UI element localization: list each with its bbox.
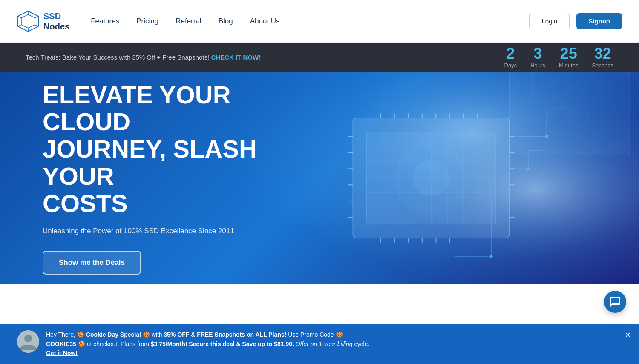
svg-point-59 <box>490 255 493 258</box>
hero-cta-button[interactable]: Show me the Deals <box>43 251 141 275</box>
banner-link[interactable]: CHECK IT NOW! <box>211 54 261 61</box>
signup-button[interactable]: Signup <box>576 13 622 29</box>
countdown-minutes: 25 Minutes <box>559 46 579 69</box>
countdown-seconds: 32 Seconds <box>592 46 613 69</box>
cookie-emoji-2: 🍪 <box>143 331 152 338</box>
countdown-seconds-label: Seconds <box>592 62 613 69</box>
logo[interactable]: SSD Nodes <box>17 10 69 32</box>
countdown-days-label: Days <box>504 62 517 69</box>
header-right: Login Signup <box>529 13 622 29</box>
countdown-hours-label: Hours <box>530 62 545 69</box>
countdown-days: 2 Days <box>504 46 517 69</box>
svg-line-6 <box>18 16 21 18</box>
nav-pricing[interactable]: Pricing <box>136 17 158 26</box>
hero-section: ELEVATE YOUR CLOUD JOURNEY, SLASH YOUR C… <box>0 72 639 284</box>
notification-text-line2: COOKIE35 🍪 at checkout! Plans from $3.75… <box>46 340 613 349</box>
below-hero-spacer <box>0 284 639 301</box>
avatar-icon <box>17 330 39 353</box>
hero-subtitle: Unleashing the Power of 100% SSD Excelle… <box>43 227 298 235</box>
notification-cta-link[interactable]: Get it Now! <box>46 350 78 356</box>
svg-line-5 <box>35 25 38 26</box>
cookie-emoji-3: 🍪 <box>336 331 343 338</box>
svg-line-4 <box>35 16 38 18</box>
notification-avatar <box>17 330 39 353</box>
svg-rect-52 <box>510 72 630 155</box>
header-left: SSD Nodes Features Pricing Referral Blog… <box>17 10 280 32</box>
nav-blog[interactable]: Blog <box>219 17 233 26</box>
cookie-emoji-4: 🍪 <box>78 341 87 347</box>
main-nav: Features Pricing Referral Blog About Us <box>91 17 280 26</box>
chat-bubble-button[interactable] <box>604 291 626 313</box>
svg-marker-1 <box>21 14 35 28</box>
notification-text-line1: Hey There, 🍪 Cookie Day Special 🍪 with 3… <box>46 330 613 340</box>
chat-icon <box>609 296 621 308</box>
hero-title: ELEVATE YOUR CLOUD JOURNEY, SLASH YOUR C… <box>43 81 298 217</box>
svg-line-7 <box>18 25 21 26</box>
notification-cta: Get it Now! <box>46 349 613 358</box>
site-header: SSD Nodes Features Pricing Referral Blog… <box>0 0 639 43</box>
banner-text: Tech Treats: Bake Your Success with 35% … <box>26 54 261 61</box>
countdown-hours: 3 Hours <box>530 46 545 69</box>
svg-point-61 <box>24 335 32 342</box>
nav-features[interactable]: Features <box>91 17 119 26</box>
notification-bar: Hey There, 🍪 Cookie Day Special 🍪 with 3… <box>0 324 639 364</box>
notification-close-button[interactable]: × <box>625 330 630 340</box>
countdown-hours-value: 3 <box>530 46 545 61</box>
svg-point-57 <box>545 135 548 138</box>
nav-referral[interactable]: Referral <box>176 17 201 26</box>
promo-banner: Tech Treats: Bake Your Success with 35% … <box>0 43 639 72</box>
countdown-days-value: 2 <box>504 46 517 61</box>
login-button[interactable]: Login <box>529 13 570 29</box>
nav-about[interactable]: About Us <box>250 17 280 26</box>
countdown-minutes-value: 25 <box>559 46 579 61</box>
svg-point-58 <box>527 167 530 170</box>
countdown-timer: 2 Days 3 Hours 25 Minutes 32 Seconds <box>504 46 613 69</box>
svg-point-51 <box>413 160 450 197</box>
countdown-minutes-label: Minutes <box>559 62 579 69</box>
notification-content: Hey There, 🍪 Cookie Day Special 🍪 with 3… <box>46 330 613 358</box>
logo-text: SSD Nodes <box>43 11 69 32</box>
logo-icon <box>17 10 39 32</box>
countdown-seconds-value: 32 <box>592 46 613 61</box>
hero-content: ELEVATE YOUR CLOUD JOURNEY, SLASH YOUR C… <box>0 81 298 275</box>
cookie-emoji-1: 🍪 <box>77 331 86 338</box>
